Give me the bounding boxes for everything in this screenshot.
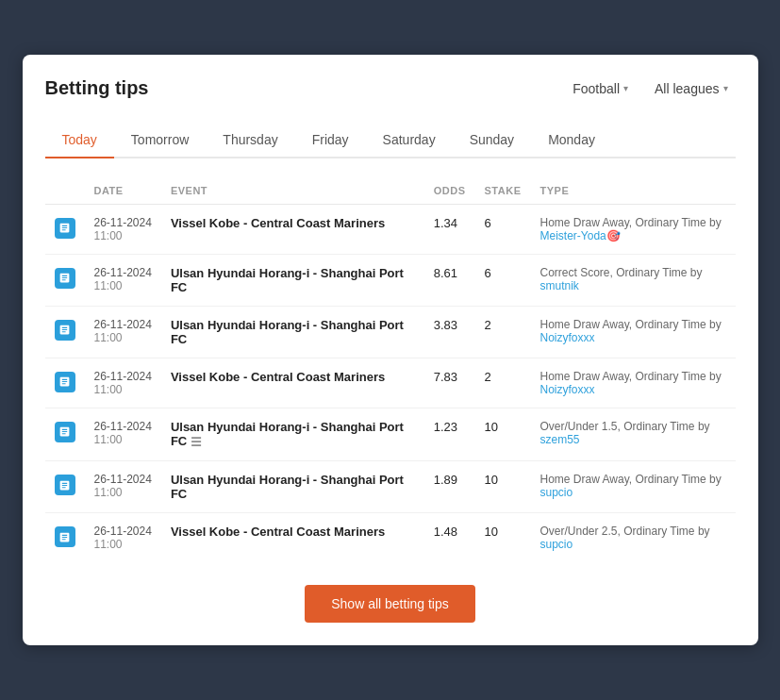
tip-icon-cell — [45, 358, 85, 408]
event-cell: Ulsan Hyundai Horang-i - Shanghai Port F… — [161, 306, 424, 358]
tab-tomorrow[interactable]: Tomorrow — [114, 123, 206, 158]
stake-cell: 10 — [475, 408, 531, 460]
type-prefix: Correct Score, Ordinary Time by — [539, 266, 702, 279]
odds-cell: 1.34 — [424, 204, 475, 254]
stake-cell: 6 — [475, 204, 531, 254]
date-cell: 26-11-202411:00 — [85, 408, 161, 460]
sport-filter-chevron: ▾ — [623, 83, 628, 93]
type-prefix: Over/Under 1.5, Ordinary Time by — [539, 420, 709, 433]
show-all-button[interactable]: Show all betting tips — [305, 585, 475, 623]
table-row: 26-11-202411:00Ulsan Hyundai Horang-i - … — [45, 306, 736, 358]
col-date: DATE — [85, 177, 161, 205]
date-value: 26-11-2024 — [94, 420, 152, 433]
type-prefix: Over/Under 2.5, Ordinary Time by — [539, 525, 709, 538]
col-type: TYPE — [530, 177, 735, 205]
page-title: Betting tips — [45, 77, 149, 99]
odds-cell: 1.48 — [424, 513, 475, 563]
type-cell: Home Draw Away, Ordinary Time by Meister… — [530, 204, 735, 254]
table-row: 26-11-202411:00Ulsan Hyundai Horang-i - … — [45, 461, 736, 513]
tip-icon-cell — [45, 513, 85, 563]
table-row: 26-11-202411:00Vissel Kobe - Central Coa… — [45, 358, 736, 408]
stake-cell: 2 — [475, 358, 531, 408]
date-value: 26-11-2024 — [94, 473, 152, 486]
tip-icon-cell — [45, 408, 85, 460]
tip-icon-cell — [45, 306, 85, 358]
odds-cell: 8.61 — [424, 254, 475, 306]
event-cell: Vissel Kobe - Central Coast Mariners — [161, 358, 424, 408]
time-value: 11:00 — [94, 433, 152, 446]
time-value: 11:00 — [94, 383, 152, 396]
tab-friday[interactable]: Friday — [295, 123, 366, 158]
league-filter[interactable]: All leagues ▾ — [647, 77, 736, 100]
tab-thursday[interactable]: Thursday — [206, 123, 294, 158]
tab-saturday[interactable]: Saturday — [366, 123, 453, 158]
tip-icon-cell — [45, 204, 85, 254]
event-cell: Vissel Kobe - Central Coast Mariners — [161, 204, 424, 254]
tab-sunday[interactable]: Sunday — [453, 123, 531, 158]
card-header: Betting tips Football ▾ All leagues ▾ — [45, 77, 736, 100]
header-filters: Football ▾ All leagues ▾ — [565, 77, 735, 100]
type-author[interactable]: smutnik — [539, 279, 578, 292]
menu-icon[interactable]: ☰ — [191, 435, 202, 449]
type-author[interactable]: Noizyfoxxx — [539, 383, 594, 396]
col-stake: STAKE — [475, 177, 531, 205]
type-cell: Home Draw Away, Ordinary Time by Noizyfo… — [530, 306, 735, 358]
tip-icon-cell — [45, 461, 85, 513]
date-cell: 26-11-202411:00 — [85, 461, 161, 513]
sport-filter[interactable]: Football ▾ — [565, 77, 636, 100]
date-value: 26-11-2024 — [94, 266, 152, 279]
type-author[interactable]: szem55 — [539, 433, 579, 446]
type-author[interactable]: Meister-Yoda🎯 — [539, 229, 620, 242]
tip-icon — [55, 268, 75, 289]
show-button-container: Show all betting tips — [45, 585, 736, 623]
date-value: 26-11-2024 — [94, 370, 152, 383]
event-cell: Vissel Kobe - Central Coast Mariners — [161, 513, 424, 563]
odds-cell: 1.89 — [424, 461, 475, 513]
type-cell: Over/Under 1.5, Ordinary Time by szem55 — [530, 408, 735, 460]
type-prefix: Home Draw Away, Ordinary Time by — [539, 370, 721, 383]
time-value: 11:00 — [94, 279, 152, 292]
sport-filter-label: Football — [573, 81, 620, 96]
tabs-bar: TodayTomorrowThursdayFridaySaturdaySunda… — [45, 123, 736, 158]
date-value: 26-11-2024 — [94, 216, 152, 229]
tab-monday[interactable]: Monday — [531, 123, 612, 158]
type-cell: Home Draw Away, Ordinary Time by supcio — [530, 461, 735, 513]
betting-tips-card: Betting tips Football ▾ All leagues ▾ To… — [23, 55, 758, 645]
tip-icon-cell — [45, 254, 85, 306]
tip-icon — [55, 422, 75, 442]
stake-cell: 6 — [475, 254, 531, 306]
tip-icon — [55, 372, 75, 392]
event-cell: Ulsan Hyundai Horang-i - Shanghai Port F… — [161, 461, 424, 513]
stake-cell: 10 — [475, 461, 531, 513]
type-author[interactable]: supcio — [539, 486, 573, 499]
date-cell: 26-11-202411:00 — [85, 358, 161, 408]
col-event: EVENT — [161, 177, 424, 205]
tab-today[interactable]: Today — [45, 123, 114, 158]
table-row: 26-11-202411:00Vissel Kobe - Central Coa… — [45, 204, 736, 254]
tips-table: DATE EVENT ODDS STAKE TYPE 26-11-202411:… — [45, 177, 736, 562]
time-value: 11:00 — [94, 331, 152, 344]
date-cell: 26-11-202411:00 — [85, 204, 161, 254]
league-filter-label: All leagues — [655, 81, 720, 96]
date-cell: 26-11-202411:00 — [85, 254, 161, 306]
league-filter-chevron: ▾ — [723, 83, 728, 93]
col-odds: ODDS — [424, 177, 475, 205]
odds-cell: 1.23 — [424, 408, 475, 460]
type-author[interactable]: supcio — [539, 538, 573, 551]
event-cell: Ulsan Hyundai Horang-i - Shanghai Port F… — [161, 408, 424, 460]
tip-icon — [55, 475, 75, 495]
stake-cell: 2 — [475, 306, 531, 358]
date-cell: 26-11-202411:00 — [85, 306, 161, 358]
odds-cell: 3.83 — [424, 306, 475, 358]
type-prefix: Home Draw Away, Ordinary Time by — [539, 216, 721, 229]
time-value: 11:00 — [94, 538, 152, 551]
tip-icon — [55, 320, 75, 341]
tip-icon — [55, 218, 75, 239]
stake-cell: 10 — [475, 513, 531, 563]
event-cell: Ulsan Hyundai Horang-i - Shanghai Port F… — [161, 254, 424, 306]
odds-cell: 7.83 — [424, 358, 475, 408]
type-cell: Correct Score, Ordinary Time by smutnik — [530, 254, 735, 306]
date-value: 26-11-2024 — [94, 525, 152, 538]
type-author[interactable]: Noizyfoxxx — [539, 331, 594, 344]
date-value: 26-11-2024 — [94, 318, 152, 331]
